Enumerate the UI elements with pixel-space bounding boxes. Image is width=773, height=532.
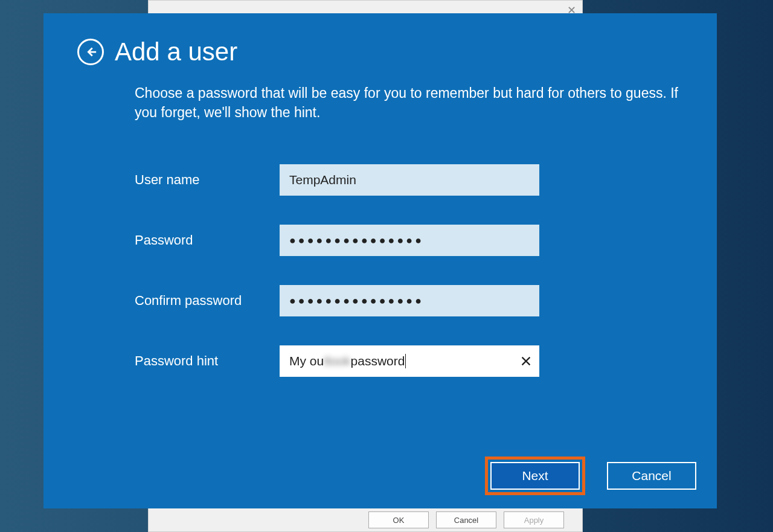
password-input[interactable]: ●●●●●●●●●●●●●●● xyxy=(280,225,539,256)
back-dialog-buttons: OK Cancel Apply xyxy=(149,508,582,531)
username-input[interactable] xyxy=(280,164,539,196)
username-row: User name xyxy=(135,164,683,196)
password-row: Password ●●●●●●●●●●●●●●● xyxy=(135,225,683,256)
confirm-password-input[interactable]: ●●●●●●●●●●●●●●● xyxy=(280,285,539,316)
add-user-modal: Add a user Choose a password that will b… xyxy=(43,13,717,508)
password-hint-label: Password hint xyxy=(135,353,280,369)
clear-hint-icon[interactable] xyxy=(513,354,539,368)
modal-title: Add a user xyxy=(115,37,237,66)
confirm-password-row: Confirm password ●●●●●●●●●●●●●●● xyxy=(135,285,683,316)
username-label: User name xyxy=(135,172,280,188)
back-ok-button: OK xyxy=(368,511,429,528)
modal-subtitle: Choose a password that will be easy for … xyxy=(135,83,683,122)
cancel-button[interactable]: Cancel xyxy=(607,462,696,490)
password-hint-row: Password hint My outlook password xyxy=(135,345,683,377)
back-arrow-icon[interactable] xyxy=(77,39,104,65)
next-highlight: Next xyxy=(485,457,585,495)
password-dots: ●●●●●●●●●●●●●●● xyxy=(289,234,424,247)
confirm-password-dots: ●●●●●●●●●●●●●●● xyxy=(289,295,424,307)
password-hint-input[interactable]: My outlook password xyxy=(280,345,513,377)
password-label: Password xyxy=(135,232,280,248)
next-button[interactable]: Next xyxy=(490,462,580,490)
modal-footer: Next Cancel xyxy=(485,457,696,495)
back-apply-button: Apply xyxy=(504,511,564,528)
password-hint-input-wrap[interactable]: My outlook password xyxy=(280,345,539,377)
modal-header: Add a user xyxy=(77,37,683,66)
back-cancel-button: Cancel xyxy=(436,511,496,528)
confirm-password-label: Confirm password xyxy=(135,293,280,309)
